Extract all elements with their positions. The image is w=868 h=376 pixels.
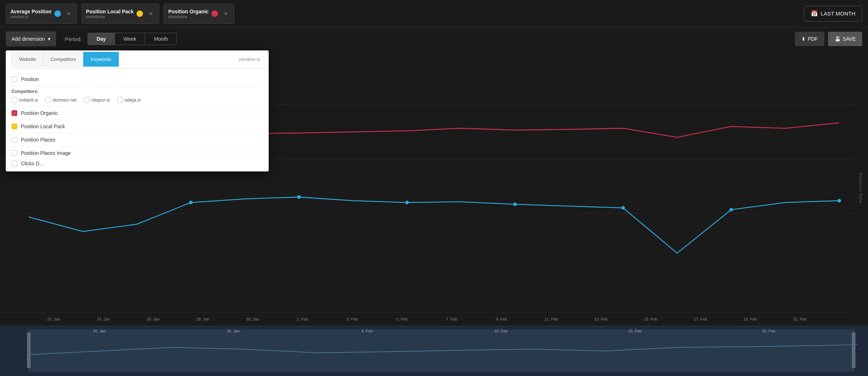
x-label-12: 15. Feb bbox=[626, 317, 676, 321]
chip-organic-title: Position Organic bbox=[168, 9, 209, 14]
timeline-label-2: 5. Feb bbox=[300, 329, 434, 333]
svg-rect-14 bbox=[852, 332, 855, 368]
dd-item-organic-label: Position Organic bbox=[21, 110, 58, 116]
checkbox-odeja[interactable] bbox=[117, 97, 123, 103]
dd-competitor-0: svilanit.si bbox=[12, 97, 38, 103]
dd-item-clicks-label: Clicks D... bbox=[21, 161, 44, 166]
chip-avg-position-dot bbox=[54, 10, 61, 17]
x-axis: 22. Jan 24. Jan 26. Jan 28. Jan 30. Jan … bbox=[0, 312, 854, 326]
period-tab-month[interactable]: Month bbox=[145, 33, 176, 45]
top-bar: Average Position zendom.si ✕ Position Lo… bbox=[0, 0, 868, 27]
chip-avg-position-subtitle: zendom.si bbox=[10, 14, 52, 19]
dd-item-places[interactable]: Position Places bbox=[12, 133, 263, 147]
save-icon: 💾 bbox=[835, 36, 841, 42]
dd-competitors-row: svilanit.si dormeo.net vitapur.si odeja.… bbox=[12, 95, 263, 107]
timeline-labels: 26. Jan 31. Jan 5. Feb 10. Feb 15. Feb 2… bbox=[0, 329, 868, 333]
calendar-icon: 📅 bbox=[811, 10, 818, 17]
chip-organic-dot bbox=[211, 10, 218, 17]
x-label-14: 19. Feb bbox=[725, 317, 775, 321]
download-icon: ⬇ bbox=[801, 36, 806, 42]
pdf-button[interactable]: ⬇ PDF bbox=[795, 32, 824, 46]
timeline-svg bbox=[0, 326, 868, 376]
timeline-label-4: 15. Feb bbox=[568, 329, 702, 333]
dd-tab-competitors[interactable]: Competitors bbox=[43, 52, 84, 67]
x-label-4: 30. Jan bbox=[228, 317, 278, 321]
last-month-button[interactable]: 📅 LAST MONTH bbox=[804, 6, 862, 22]
timeline-label-1: 31. Jan bbox=[166, 329, 300, 333]
checkbox-organic[interactable]: ✓ bbox=[12, 110, 17, 116]
x-label-2: 26. Jan bbox=[128, 317, 178, 321]
dd-item-places-image-label: Position Places Image bbox=[21, 150, 71, 156]
x-label-10: 11. Feb bbox=[526, 317, 576, 321]
x-label-8: 7. Feb bbox=[427, 317, 476, 321]
dd-competitor-2: vitapur.si bbox=[84, 97, 110, 103]
svg-point-6 bbox=[405, 201, 409, 204]
save-button[interactable]: 💾 SAVE bbox=[828, 32, 862, 46]
svg-point-4 bbox=[189, 201, 193, 204]
timeline-label-3: 10. Feb bbox=[434, 329, 568, 333]
svg-point-10 bbox=[837, 199, 841, 202]
competitor-vitapur: vitapur.si bbox=[91, 97, 110, 103]
checkbox-local-pack[interactable]: ✓ bbox=[12, 124, 17, 129]
x-label-3: 28. Jan bbox=[178, 317, 228, 321]
x-label-0: 22. Jan bbox=[29, 317, 79, 321]
checkbox-clicks[interactable] bbox=[12, 161, 17, 166]
chip-avg-position-title: Average Position bbox=[10, 9, 52, 14]
dd-item-organic[interactable]: ✓ Position Organic bbox=[12, 107, 263, 120]
period-label: Period: bbox=[65, 36, 82, 42]
dropdown-panel: Website Competitors Keywords zendom.si P… bbox=[6, 50, 269, 171]
x-label-6: 3. Feb bbox=[327, 317, 377, 321]
x-label-15: 21. Feb bbox=[775, 317, 825, 321]
add-dimension-label: Add dimension bbox=[12, 36, 45, 42]
chip-organic: Position Organic posteljnina ✕ bbox=[164, 4, 234, 24]
chip-local-pack-close[interactable]: ✕ bbox=[147, 10, 155, 17]
checkbox-svilanit[interactable] bbox=[12, 97, 17, 103]
checkbox-position[interactable] bbox=[12, 76, 17, 82]
pdf-label: PDF bbox=[808, 36, 818, 42]
competitor-svilanit: svilanit.si bbox=[19, 97, 38, 103]
svg-rect-12 bbox=[28, 330, 855, 372]
x-label-5: 1. Feb bbox=[278, 317, 327, 321]
chips-area: Average Position zendom.si ✕ Position Lo… bbox=[6, 4, 401, 24]
chevron-down-icon: ▾ bbox=[48, 36, 50, 42]
timeline-label-0: 26. Jan bbox=[32, 329, 166, 333]
dropdown-tabs: Website Competitors Keywords zendom.si bbox=[6, 50, 269, 68]
last-month-label: LAST MONTH bbox=[821, 10, 855, 17]
checkbox-places[interactable] bbox=[12, 137, 17, 143]
svg-rect-13 bbox=[27, 332, 31, 368]
dd-item-clicks[interactable]: Clicks D... bbox=[12, 160, 263, 167]
chip-avg-position: Average Position zendom.si ✕ bbox=[6, 4, 77, 24]
chip-local-pack-title: Position Local Pack bbox=[86, 9, 134, 14]
dd-item-position-label: Position bbox=[21, 76, 39, 82]
period-tab-day[interactable]: Day bbox=[88, 33, 115, 45]
chip-organic-subtitle: posteljnina bbox=[168, 14, 209, 19]
svg-point-5 bbox=[297, 195, 301, 199]
controls-row: Add dimension ▾ Period: Day Week Month ⬇… bbox=[0, 27, 868, 50]
dd-item-position[interactable]: Position bbox=[12, 73, 263, 86]
dd-competitor-1: dormeo.net bbox=[45, 97, 77, 103]
checkbox-places-image[interactable] bbox=[12, 150, 17, 156]
dd-competitors-label: Competitors: bbox=[12, 86, 263, 95]
dd-item-places-image[interactable]: Position Places Image bbox=[12, 147, 263, 160]
chip-avg-position-close[interactable]: ✕ bbox=[65, 10, 72, 17]
dd-item-local-pack[interactable]: ✓ Position Local Pack bbox=[12, 120, 263, 133]
analytics-label-text: Analytics Data bbox=[859, 173, 863, 203]
add-dimension-button[interactable]: Add dimension ▾ bbox=[6, 31, 56, 46]
dd-tab-keywords[interactable]: Keywords bbox=[83, 52, 119, 67]
svg-point-7 bbox=[513, 202, 517, 206]
chip-local-pack: Position Local Pack posteljnina ✕ bbox=[81, 4, 159, 24]
period-tabs: Day Week Month bbox=[88, 33, 177, 45]
dd-site-label: zendom.si bbox=[239, 57, 263, 62]
checkbox-dormeo[interactable] bbox=[45, 97, 51, 103]
checkbox-vitapur[interactable] bbox=[84, 97, 90, 103]
timeline-area: 26. Jan 31. Jan 5. Feb 10. Feb 15. Feb 2… bbox=[0, 326, 868, 376]
timeline-label-5: 20. Feb bbox=[702, 329, 836, 333]
right-buttons: ⬇ PDF 💾 SAVE bbox=[795, 32, 862, 46]
svg-point-8 bbox=[621, 206, 625, 210]
period-tab-week[interactable]: Week bbox=[115, 33, 146, 45]
chip-organic-close[interactable]: ✕ bbox=[222, 10, 229, 17]
x-label-7: 5. Feb bbox=[377, 317, 427, 321]
chip-local-pack-dot bbox=[137, 10, 143, 17]
dd-tab-website[interactable]: Website bbox=[12, 52, 44, 67]
analytics-label: Analytics Data bbox=[854, 50, 868, 326]
